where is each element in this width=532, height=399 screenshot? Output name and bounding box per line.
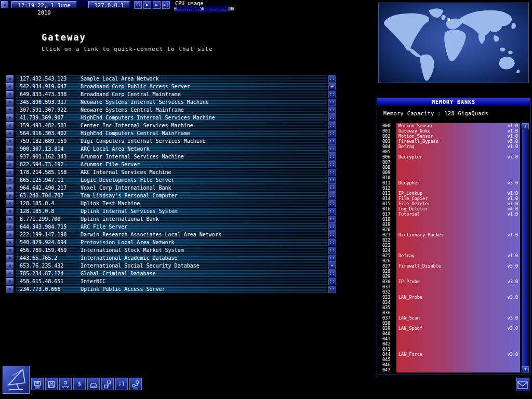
status-icon[interactable] (59, 378, 72, 390)
link-delete-icon[interactable]: × (6, 114, 14, 122)
memory-slot-row[interactable] (396, 362, 520, 367)
memory-slot-row[interactable]: Decrypter v7.0 (396, 154, 520, 159)
link-connect-bar[interactable]: 564.916.303.402 HighEnd Computers Centra… (16, 130, 327, 137)
link-connect-icon[interactable]: :: (328, 208, 336, 215)
memory-slot-row[interactable] (396, 243, 520, 248)
link-delete-icon[interactable]: × (6, 192, 14, 200)
gateway-logo-icon[interactable] (3, 366, 30, 394)
game-clock-button[interactable]: 12:19:22, 1 June 2010 (11, 1, 77, 8)
irc-icon[interactable]: ;) (115, 378, 128, 390)
link-delete-icon[interactable]: × (6, 223, 14, 231)
memory-slot-row[interactable]: LAN_Force v3.0 (396, 352, 520, 357)
link-connect-bar[interactable]: 649.833.473.338 Broadband Corp Central M… (16, 91, 327, 98)
link-connect-icon[interactable]: :: (328, 177, 336, 184)
memory-slot-row[interactable]: LAN_Scan v3.0 (396, 315, 520, 321)
memory-slot-row[interactable] (396, 284, 520, 289)
memory-scrollbar[interactable]: ▲ ▼ (522, 123, 529, 373)
memory-slot-row[interactable] (396, 248, 520, 253)
link-delete-icon[interactable]: × (6, 138, 14, 145)
link-connect-bar[interactable]: 458.615.48.651 InterNIC (16, 278, 327, 285)
memory-slot-row[interactable] (396, 336, 520, 341)
memory-slot-row[interactable] (396, 331, 520, 336)
link-connect-icon[interactable]: :: (328, 270, 336, 277)
link-delete-icon[interactable]: × (6, 75, 14, 83)
memory-slot-row[interactable] (396, 237, 520, 243)
hardware-icon[interactable] (31, 378, 44, 390)
link-connect-bar[interactable]: 234.773.0.666 Uplink Public Access Serve… (16, 286, 327, 293)
link-connect-icon[interactable]: :: (328, 138, 336, 145)
memory-slot-row[interactable] (396, 269, 520, 274)
link-connect-bar[interactable]: 785.234.87.124 Global Criminal Database (16, 270, 327, 277)
link-connect-bar[interactable]: 63.240.704.707 Tom Lindsay's Personal Co… (16, 192, 327, 200)
link-connect-bar[interactable]: 127.432.543.123 Sample Local Area Networ… (16, 75, 327, 83)
memory-slot-row[interactable]: Defrag v1.0 (396, 253, 520, 258)
memory-slot-row[interactable]: IP_Probe v3.0 (396, 279, 520, 284)
link-connect-bar[interactable]: 456.789.159.459 International Stock Mark… (16, 247, 327, 254)
connections-icon[interactable] (101, 378, 114, 390)
link-connect-icon[interactable]: :: (328, 239, 336, 246)
close-icon[interactable]: × (1, 1, 8, 8)
memory-slot-row[interactable] (396, 310, 520, 315)
scroll-up-icon[interactable]: ▲ (522, 123, 529, 129)
link-delete-icon[interactable]: × (6, 122, 14, 129)
link-connect-bar[interactable]: 542.934.919.647 Broadband Corp Public Ac… (16, 83, 327, 90)
link-connect-bar[interactable]: 865.125.947.11 Logic Developments File S… (16, 177, 327, 184)
current-ip-button[interactable]: 127.0.0.1 (88, 1, 130, 8)
link-delete-icon[interactable]: × (6, 216, 14, 223)
link-delete-icon[interactable]: × (6, 145, 14, 153)
memory-slot-row[interactable] (396, 300, 520, 305)
link-connect-bar[interactable]: 644.343.984.715 ARC File Server (16, 223, 327, 231)
link-connect-bar[interactable]: 964.642.490.217 Voxel Corp International… (16, 184, 327, 192)
link-connect-icon[interactable]: :: (328, 169, 336, 176)
skip-to-event-icon[interactable]: ▶| (162, 1, 170, 9)
memory-slot-row[interactable] (396, 222, 520, 227)
link-delete-icon[interactable]: × (6, 247, 14, 254)
gateway-location-marker[interactable] (447, 18, 450, 21)
pause-icon[interactable]: II (134, 1, 142, 9)
link-connect-bar[interactable]: 540.829.924.694 Protovision Local Area N… (16, 239, 327, 246)
link-connect-bar[interactable]: 937.901.162.343 Arunmor Internal Service… (16, 153, 327, 161)
lan-icon[interactable] (129, 378, 142, 390)
link-connect-icon[interactable]: :: (328, 145, 336, 153)
link-connect-icon[interactable]: :: (328, 223, 336, 231)
link-connect-icon[interactable]: :: (328, 122, 336, 129)
link-connect-icon[interactable]: :: (328, 231, 336, 238)
memory-slot-row[interactable]: LAN_Spoof v3.0 (396, 326, 520, 331)
link-delete-icon[interactable]: × (6, 169, 14, 176)
software-icon[interactable] (45, 378, 58, 390)
fast-forward-icon[interactable]: ▶ (153, 1, 161, 9)
memory-slot-row[interactable] (396, 258, 520, 263)
link-connect-bar[interactable]: 345.890.593.917 Neoware Systems Internal… (16, 99, 327, 106)
link-connect-icon[interactable]: :: (328, 278, 336, 285)
world-map[interactable] (378, 3, 529, 83)
link-connect-bar[interactable]: 759.182.689.159 Digi Computers Internal … (16, 138, 327, 145)
memory-slot-row[interactable] (396, 289, 520, 295)
link-connect-bar[interactable]: 653.76.235.432 International Social Secu… (16, 262, 327, 270)
play-icon[interactable]: ▶ (143, 1, 151, 9)
memory-slot-row[interactable]: LAN_Probe v3.0 (396, 295, 520, 300)
link-connect-icon[interactable]: :: (328, 286, 336, 293)
link-connect-bar[interactable]: 159.491.482.581 Center Inc Internal Serv… (16, 122, 327, 129)
link-delete-icon[interactable]: × (6, 130, 14, 137)
memory-slot-row[interactable] (396, 170, 520, 175)
memory-slot-row[interactable] (396, 357, 520, 362)
link-delete-icon[interactable]: × (6, 107, 14, 114)
link-delete-icon[interactable]: × (6, 91, 14, 98)
link-delete-icon[interactable]: × (6, 231, 14, 238)
link-connect-icon[interactable]: :: (328, 75, 336, 83)
send-mail-icon[interactable] (87, 378, 100, 390)
memory-slot-row[interactable]: Tutorial v1.0 (396, 211, 520, 217)
link-connect-icon[interactable]: :: (328, 114, 336, 122)
link-delete-icon[interactable]: × (6, 161, 14, 168)
memory-slot-row[interactable]: Gateway_Nuke v1.0 (396, 128, 520, 134)
memory-slot-row[interactable]: Defrag v1.0 (396, 144, 520, 149)
memory-slot-row[interactable]: Motion_Sensor v1.0 (396, 123, 520, 128)
link-delete-icon[interactable]: × (6, 255, 14, 262)
memory-slot-row[interactable] (396, 347, 520, 352)
link-connect-bar[interactable]: 222.199.147.198 Darwin Research Associat… (16, 231, 327, 238)
link-delete-icon[interactable]: × (6, 83, 14, 90)
memory-slot-row[interactable]: Firewall_Disable v5.0 (396, 263, 520, 269)
link-connect-bar[interactable]: 41.739.369.907 HighEnd Computers Interna… (16, 114, 327, 122)
link-connect-icon[interactable]: :: (328, 192, 336, 200)
memory-slot-row[interactable]: IP_Lookup v1.0 (396, 191, 520, 196)
